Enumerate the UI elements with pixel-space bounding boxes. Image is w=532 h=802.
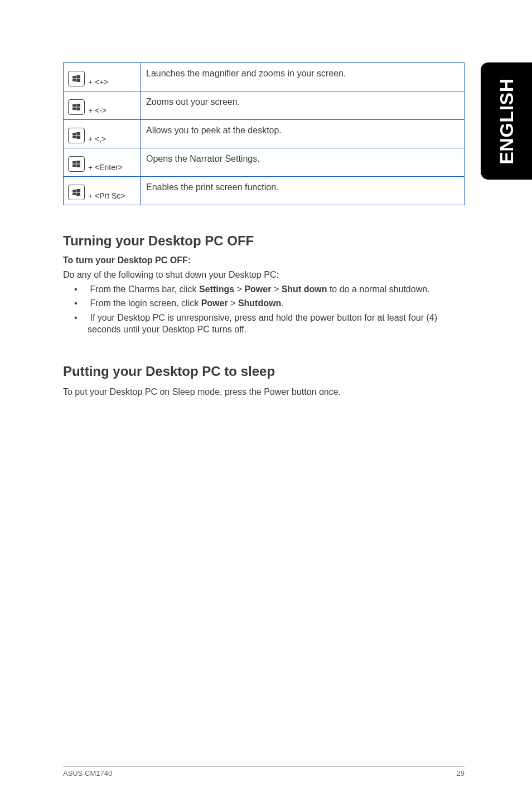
shortcuts-table: + <+> Launches the magnifier and zooms i… [63,62,465,205]
bullet-text: If your Desktop PC is unresponsive, pres… [88,313,437,335]
shortcut-suffix: + <Prt Sc> [88,191,125,200]
shortcut-desc: Allows you to peek at the desktop. [141,120,465,148]
bullet-text: > [228,298,238,308]
section-heading-turning-off: Turning your Desktop PC OFF [63,233,465,249]
bullet-text: > [234,284,244,294]
bullet-bold: Settings [199,284,234,294]
footer-page-number: 29 [457,769,465,777]
svg-rect-9 [76,132,80,136]
windows-key-icon [68,71,85,86]
table-row: + <+> Launches the magnifier and zooms i… [64,63,465,91]
shortcut-key-cell: + <+> [64,63,141,91]
table-row: + <Prt Sc> Enables the print screen func… [64,177,465,205]
bullet-bold: Shutdown [238,298,281,308]
list-item: If your Desktop PC is unresponsive, pres… [63,312,465,336]
svg-rect-13 [76,161,80,164]
svg-rect-14 [72,165,76,167]
shortcut-key-cell: + <Prt Sc> [64,177,141,205]
svg-rect-6 [72,108,76,110]
language-tab-label: ENGLISH [496,78,518,165]
section1-bullets: From the Charms bar, click Settings > Po… [63,283,465,336]
svg-rect-8 [72,133,76,136]
svg-rect-17 [76,189,80,192]
language-tab: ENGLISH [481,62,532,180]
windows-key-icon [68,128,85,143]
svg-rect-3 [76,79,80,83]
svg-rect-1 [76,75,80,79]
bullet-bold: Power [201,298,228,308]
windows-key-icon [68,156,85,172]
shortcut-suffix: + <,> [88,134,106,143]
bullet-text: From the login screen, click [90,298,201,308]
shortcut-desc: Launches the magnifier and zooms in your… [141,63,465,91]
bullet-text: From the Charms bar, click [90,284,199,294]
svg-rect-10 [72,136,76,139]
svg-rect-19 [76,193,80,196]
svg-rect-11 [76,136,80,139]
section1-subhead: To turn your Desktop PC OFF: [63,255,465,265]
bullet-bold: Power [244,284,271,294]
svg-rect-12 [72,161,76,164]
shortcut-suffix: + <+> [88,78,109,86]
shortcut-desc: Zooms out your screen. [141,91,465,120]
windows-key-icon [68,185,85,200]
shortcut-desc: Opens the Narrator Settings. [141,148,465,177]
shortcut-key-cell: + <,> [64,120,141,148]
shortcut-key-cell: + <-> [64,91,141,120]
main-content: + <+> Launches the magnifier and zooms i… [63,62,465,400]
bullet-text: to do a normal shutdown. [327,284,429,294]
svg-rect-5 [76,104,80,107]
windows-key-icon [68,99,85,115]
section-heading-sleep: Putting your Desktop PC to sleep [63,364,465,379]
section2-body: To put your Desktop PC on Sleep mode, pr… [63,386,465,398]
page-footer: ASUS CM1740 29 [63,766,465,777]
shortcut-desc: Enables the print screen function. [141,177,465,205]
footer-model: ASUS CM1740 [63,769,112,777]
shortcut-key-cell: + <Enter> [64,148,141,177]
shortcut-suffix: + <-> [88,106,107,115]
bullet-text: > [271,284,281,294]
svg-rect-4 [72,104,76,107]
svg-rect-2 [72,79,76,82]
list-item: From the login screen, click Power > Shu… [63,297,465,310]
svg-rect-0 [72,76,76,79]
svg-rect-7 [76,108,80,111]
table-row: + <,> Allows you to peek at the desktop. [64,120,465,148]
bullet-text: . [281,298,283,308]
svg-rect-16 [72,190,76,192]
section1-intro: Do any of the following to shut down you… [63,269,465,281]
list-item: From the Charms bar, click Settings > Po… [63,283,465,296]
svg-rect-15 [76,165,80,168]
bullet-bold: Shut down [282,284,327,294]
table-row: + <-> Zooms out your screen. [64,91,465,120]
shortcut-suffix: + <Enter> [88,163,123,172]
svg-rect-18 [72,193,76,196]
table-row: + <Enter> Opens the Narrator Settings. [64,148,465,177]
